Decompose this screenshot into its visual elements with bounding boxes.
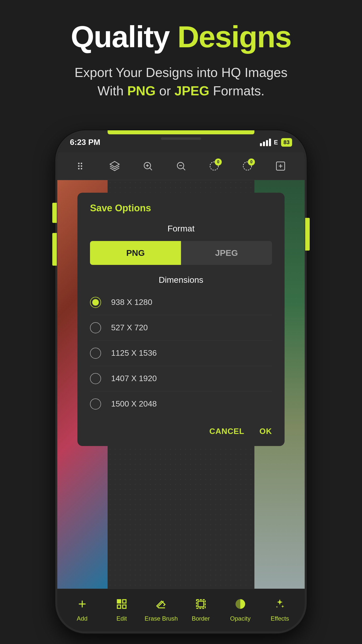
effects-nav-icon — [274, 598, 286, 613]
subtitle-png: PNG — [127, 84, 156, 98]
cancel-button[interactable]: CANCEL — [209, 427, 244, 436]
zoom-out-icon[interactable] — [172, 157, 190, 175]
nav-label-opacity: Opacity — [230, 615, 250, 622]
subtitle-middle: or — [156, 84, 174, 98]
dimension-text-3: 1407 X 1920 — [111, 374, 157, 383]
phone-content: 6:23 PM E 83 — [57, 132, 305, 631]
svg-rect-21 — [117, 599, 121, 603]
svg-marker-6 — [110, 162, 119, 167]
nav-label-edit: Edit — [116, 615, 127, 622]
phone-outer: 6:23 PM E 83 — [55, 130, 307, 633]
more-options-icon[interactable] — [73, 157, 90, 175]
status-icons: E 83 — [260, 138, 292, 147]
subtitle-jpeg: JPEG — [174, 84, 209, 98]
signal-bar-4 — [269, 139, 271, 146]
format-png-button[interactable]: PNG — [90, 241, 181, 265]
svg-line-12 — [183, 168, 185, 170]
signal-bar-1 — [260, 143, 262, 146]
border-nav-icon — [195, 598, 207, 613]
nav-item-effects[interactable]: Effects — [260, 598, 300, 622]
nav-label-erase: Erase Brush — [145, 615, 178, 622]
format-buttons: PNG JPEG — [90, 241, 272, 265]
subtitle-line1: Export Your Designs into HQ Images — [75, 65, 288, 80]
headline-accent: Designs — [177, 20, 291, 54]
phone-top-accent — [108, 130, 254, 134]
radio-inner-0 — [92, 299, 99, 306]
radio-4[interactable] — [90, 398, 101, 410]
status-bar: 6:23 PM E 83 — [57, 132, 305, 152]
nav-label-add: Add — [77, 615, 87, 622]
bottom-nav: Add Edit — [57, 589, 305, 631]
nav-label-border: Border — [192, 615, 210, 622]
nav-item-opacity[interactable]: Opacity — [220, 598, 260, 622]
battery-text: 83 — [284, 139, 290, 146]
save-modal: Save Options Format PNG JPEG Dimensions — [77, 193, 285, 446]
dimension-text-4: 1500 X 2048 — [111, 399, 157, 409]
network-label: E — [274, 139, 278, 146]
dimension-row-2[interactable]: 1125 X 1536 — [90, 341, 272, 366]
svg-point-4 — [81, 165, 82, 167]
zoom-in-icon[interactable] — [139, 157, 157, 175]
radio-3[interactable] — [90, 373, 101, 384]
dimension-row-4[interactable]: 1500 X 2048 — [90, 391, 272, 417]
svg-point-14 — [210, 162, 218, 170]
nav-item-add[interactable]: Add — [62, 598, 102, 622]
toolbar — [57, 152, 305, 180]
nav-item-edit[interactable]: Edit — [102, 598, 141, 622]
format-jpeg-button[interactable]: JPEG — [181, 241, 272, 265]
svg-point-2 — [78, 168, 80, 170]
add-layer-icon[interactable] — [272, 157, 289, 175]
svg-rect-23 — [117, 605, 121, 608]
phone-wrapper: 6:23 PM E 83 — [0, 130, 362, 633]
dimension-row-3[interactable]: 1407 X 1920 — [90, 366, 272, 391]
canvas-area[interactable]: ← Save Options Format PNG JPEG Dimension… — [57, 180, 305, 589]
phone-btn-volume-down — [52, 233, 57, 266]
phone-btn-power — [305, 218, 310, 251]
nav-label-effects: Effects — [271, 615, 289, 622]
nav-item-border[interactable]: Border — [181, 598, 220, 622]
subtitle: Export Your Designs into HQ Images With … — [0, 63, 362, 100]
dimension-text-0: 938 X 1280 — [111, 298, 152, 307]
dimensions-section: Dimensions 938 X 1280 527 X 720 — [77, 272, 285, 419]
dimensions-label: Dimensions — [90, 275, 272, 285]
headline: Quality Designs — [0, 20, 362, 53]
dimension-text-2: 1125 X 1536 — [111, 348, 157, 358]
format-label: Format — [77, 219, 285, 236]
radio-2[interactable] — [90, 348, 101, 359]
header-section: Quality Designs Export Your Designs into… — [0, 0, 362, 115]
select-2-icon[interactable] — [239, 157, 256, 175]
svg-rect-27 — [198, 601, 204, 607]
radio-0[interactable] — [90, 297, 101, 308]
svg-rect-24 — [123, 605, 126, 608]
signal-bar-3 — [266, 140, 268, 146]
select-1-icon[interactable] — [205, 157, 223, 175]
svg-point-3 — [81, 163, 82, 164]
svg-point-0 — [78, 163, 80, 164]
subtitle-line2-prefix: With — [98, 84, 127, 98]
save-modal-title: Save Options — [77, 193, 285, 219]
svg-point-15 — [243, 162, 252, 170]
svg-rect-22 — [123, 599, 126, 603]
battery-container: 83 — [281, 138, 292, 147]
headline-white: Quality — [71, 20, 177, 54]
ok-button[interactable]: OK — [259, 427, 272, 436]
svg-point-1 — [78, 165, 80, 167]
subtitle-suffix: Formats. — [209, 84, 265, 98]
layers-icon[interactable] — [106, 157, 123, 175]
phone-inner: 6:23 PM E 83 — [57, 132, 305, 631]
dimension-row-0[interactable]: 938 X 1280 — [90, 290, 272, 315]
edit-nav-icon — [116, 598, 127, 613]
opacity-nav-icon — [235, 598, 246, 613]
phone-btn-volume-up — [52, 203, 57, 223]
nav-item-erase[interactable]: Erase Brush — [142, 598, 181, 622]
status-time: 6:23 PM — [70, 138, 100, 147]
erase-nav-icon — [155, 598, 167, 613]
dimension-row-1[interactable]: 527 X 720 — [90, 315, 272, 341]
modal-actions: CANCEL OK — [77, 419, 285, 446]
dimension-text-1: 527 X 720 — [111, 323, 148, 332]
signal-bar-2 — [263, 142, 265, 146]
svg-point-5 — [81, 168, 82, 170]
add-nav-icon — [76, 598, 88, 613]
radio-1[interactable] — [90, 322, 101, 333]
signal-bars — [260, 139, 271, 146]
